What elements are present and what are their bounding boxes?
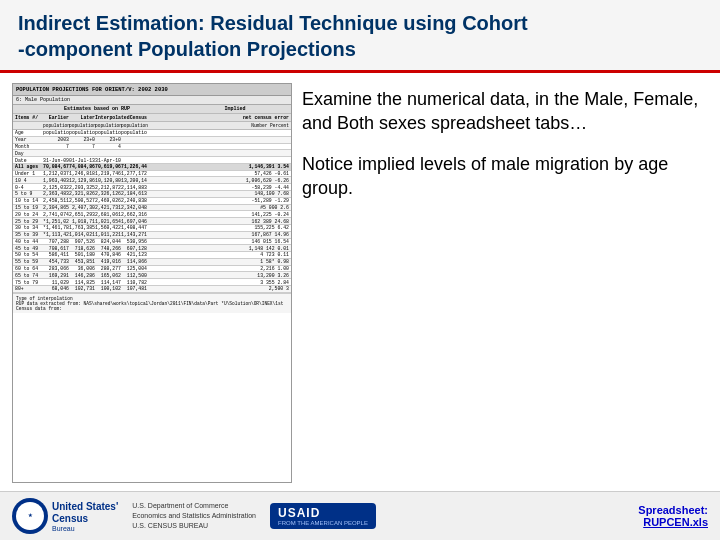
text-content: Examine the numerical data, in the Male,… [302, 83, 708, 483]
footer-logos: ★ United States' Census Bureau U.S. Depa… [12, 498, 622, 534]
table-row: 55 to 59 454,733 453,851 419,016 114,866… [13, 259, 291, 266]
commerce-block: U.S. Department of Commerce Economics an… [132, 501, 256, 530]
table-row: Month 7 7 4 [13, 144, 291, 151]
main-content: POPULATION PROJECTIONS FOR ORIENT/V: 200… [0, 73, 720, 491]
table-row: 0-4 2,125,032 2,203,325 2,212,872 2,114,… [13, 184, 291, 191]
table-row: 15 to 19 2,304,865 2,407,30 2,421,731 2,… [13, 205, 291, 212]
usaid-subtext: FROM THE AMERICAN PEOPLE [278, 520, 368, 526]
table-row: 65 to 74 169,291 146,286 165,062 112,500… [13, 272, 291, 279]
ss-rows-container: Age population population population pop… [13, 130, 291, 293]
table-row: Under 1 1,212,037 1,246,818 1,219,746 1,… [13, 171, 291, 178]
footer-bar: ★ United States' Census Bureau U.S. Depa… [0, 491, 720, 540]
ss-subtitle: 6: Male Population [13, 96, 291, 105]
table-row: 45 to 49 708,617 718,626 748,266 607,128… [13, 245, 291, 252]
table-row: Year 2003 23+0 23+0 [13, 137, 291, 144]
table-row: 30 to 34 *1,461,786 1,763,385 1,560,422 … [13, 225, 291, 232]
commerce-line3: U.S. CENSUS BUREAU [132, 521, 256, 531]
usaid-text: USAID [278, 506, 368, 520]
census-name-line3: Bureau [52, 525, 118, 532]
spreadsheet-filename: RUPCEN.xls [643, 516, 708, 528]
census-name-line2: Census [52, 513, 118, 525]
ss-footer: Type of interpolation RUP data extracted… [13, 293, 291, 313]
table-row: All ages 70,084,671 74,084,869 70,619,06… [13, 164, 291, 171]
usaid-logo: USAID FROM THE AMERICAN PEOPLE [270, 503, 376, 529]
commerce-line2: Economics and Statistics Administration [132, 511, 256, 521]
table-row: 50 to 54 586,411 501,180 470,846 421,123… [13, 252, 291, 259]
spreadsheet-note: Spreadsheet: RUPCEN.xls [638, 504, 708, 528]
examine-text: Examine the numerical data, in the Male,… [302, 87, 708, 136]
table-row: Age population population population pop… [13, 130, 291, 137]
census-name-line1: United States' [52, 501, 118, 513]
table-row: 75 to 79 11,029 114,825 114,147 110,782 … [13, 279, 291, 286]
page: Indirect Estimation: Residual Technique … [0, 0, 720, 540]
table-row: 35 to 39 *1,113,421 1,014,021 1,011,221 … [13, 232, 291, 239]
table-row: 20 to 24 2,741,074 2,651,293 2,681,061 2… [13, 211, 291, 218]
table-row: 60 to 64 283,066 36,006 280,277 125,004 … [13, 266, 291, 273]
table-row: Date 31-Jun-09 01-Jul-13 31-Apr-10 [13, 157, 291, 164]
table-row: 10 to 14 2,458,511 2,500,527 2,469,026 2… [13, 198, 291, 205]
table-row: 80+ 68,046 102,731 100,102 107,481 2,500… [13, 286, 291, 293]
table-row: 10 4 1,963,403 12,129,868 10,120,806 13,… [13, 177, 291, 184]
notice-text: Notice implied levels of male migration … [302, 152, 708, 201]
census-logo: ★ United States' Census Bureau [12, 498, 118, 534]
page-title: Indirect Estimation: Residual Technique … [18, 10, 702, 62]
table-row: 5 to 9 2,363,483 2,321,826 2,326,126 2,1… [13, 191, 291, 198]
header: Indirect Estimation: Residual Technique … [0, 0, 720, 73]
spreadsheet-panel: POPULATION PROJECTIONS FOR ORIENT/V: 200… [12, 83, 292, 483]
ss-title: POPULATION PROJECTIONS FOR ORIENT/V: 200… [13, 84, 291, 96]
census-circle-graphic: ★ [12, 498, 48, 534]
table-row: Day [13, 150, 291, 157]
table-row: 25 to 29 *1,251,02 1,018,71 1,021,654 1,… [13, 218, 291, 225]
table-row: 40 to 44 707,288 907,526 824,044 530,956… [13, 239, 291, 246]
commerce-line1: U.S. Department of Commerce [132, 501, 256, 511]
